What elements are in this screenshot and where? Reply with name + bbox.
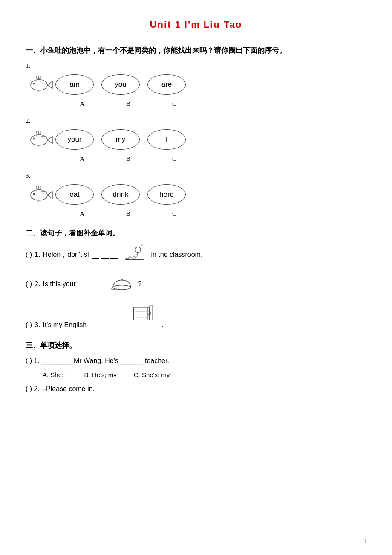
fish-icon-2 <box>26 128 55 151</box>
section-3: 三、单项选择。 ( ) 1. ________ Mr Wang. He's __… <box>26 340 366 394</box>
bubble-3-a: eat <box>55 184 94 205</box>
blanks-2-2 <box>78 280 106 288</box>
label-2-c: C <box>155 154 193 164</box>
label-3-b: B <box>109 209 147 219</box>
choice-question-2: --Please come in. <box>41 385 95 392</box>
choice-question-1: ________ Mr Wang. He's ______ teacher. <box>41 357 169 364</box>
group2-bubbles: your my I <box>26 128 366 151</box>
choice-options-1: A. She; I B. He's; my C. She's; my <box>43 370 366 380</box>
label-3-c: C <box>155 209 193 219</box>
group3-number: 3. <box>26 171 366 181</box>
choice-number-1: 1. <box>34 357 40 364</box>
bubble-2-b: my <box>101 129 140 150</box>
item2-1-prefix: Helen，don't sl <box>43 249 89 260</box>
fill-item-2: ( ) 2. Is this your ? <box>26 275 366 293</box>
bubble-2-c: I <box>147 129 186 150</box>
group3-bubbles: eat drink here <box>26 183 366 206</box>
section2-header: 二、读句子，看图补全单词。 <box>26 227 366 239</box>
page-title: Unit 1 I'm Liu Tao <box>26 17 366 32</box>
svg-point-2 <box>33 83 35 85</box>
label-2-a: A <box>63 154 101 164</box>
svg-point-8 <box>33 193 35 195</box>
svg-marker-4 <box>47 137 52 144</box>
item2-2-suffix: ? <box>138 279 142 290</box>
group2-labels: A B C <box>63 154 366 164</box>
fish-icon-1 <box>26 73 55 96</box>
label-1-a: A <box>63 99 101 109</box>
blanks-2-1 <box>91 251 118 259</box>
choice-item-1: ( ) 1. ________ Mr Wang. He's ______ tea… <box>26 355 366 366</box>
group-3: 3. eat drink here A B C <box>26 171 366 219</box>
group1-bubbles: am you are <box>26 73 366 96</box>
svg-text:z: z <box>140 244 141 247</box>
section-1: 一、小鱼吐的泡泡中，有一个不是同类的，你能找出来吗？请你圈出下面的序号。 1. … <box>26 45 366 219</box>
item2-3-number: 3. <box>35 320 40 331</box>
book-icon <box>131 302 156 326</box>
label-1-b: B <box>109 99 147 109</box>
bubble-1-a: am <box>55 74 94 95</box>
paren-2-3: ( ) <box>26 320 32 331</box>
bubble-3-b: drink <box>101 184 140 205</box>
item2-2-prefix: Is this your <box>43 279 75 290</box>
fill-item-1: ( ) 1. Helen，don't sl z z z <box>26 244 366 266</box>
sleeping-person-icon: z z z <box>124 244 146 266</box>
label-3-a: A <box>63 209 101 219</box>
group2-number: 2. <box>26 116 366 126</box>
group-2: 2. your my I A B C <box>26 116 366 164</box>
fill-item-3: ( ) 3. It's my English <box>26 302 366 331</box>
group1-number: 1. <box>26 61 366 71</box>
group-1: 1. am you are A B C <box>26 61 366 109</box>
choice-paren-1: ( ) <box>26 357 32 364</box>
page-number: 1 <box>363 537 366 546</box>
label-1-c: C <box>155 99 193 109</box>
section-2: 二、读句子，看图补全单词。 ( ) 1. Helen，don't sl z z … <box>26 227 366 330</box>
blanks-2-3 <box>89 320 126 327</box>
item2-1-number: 1. <box>35 249 40 260</box>
svg-marker-7 <box>47 192 52 199</box>
svg-marker-1 <box>47 81 52 89</box>
choice-opt-1c: C. She's; my <box>134 370 170 380</box>
choice-opt-1b: B. He's; my <box>84 370 117 380</box>
svg-point-5 <box>33 138 35 140</box>
svg-point-9 <box>135 247 141 252</box>
paren-2-1: ( ) <box>26 249 32 260</box>
item2-1-suffix: in the classroom. <box>151 249 202 260</box>
section1-header: 一、小鱼吐的泡泡中，有一个不是同类的，你能找出来吗？请你圈出下面的序号。 <box>26 45 366 56</box>
bubble-1-b: you <box>101 74 140 95</box>
svg-rect-23 <box>135 308 148 317</box>
svg-point-15 <box>113 285 131 289</box>
choice-paren-2: ( ) <box>26 385 32 392</box>
label-2-b: B <box>109 154 147 164</box>
bubble-1-c: are <box>147 74 186 95</box>
bubble-3-c: here <box>147 184 186 205</box>
item2-2-number: 2. <box>35 279 40 290</box>
paren-2-2: ( ) <box>26 279 32 290</box>
svg-point-25 <box>149 313 150 314</box>
group3-labels: A B C <box>63 209 366 219</box>
choice-number-2: 2. <box>34 385 40 392</box>
cap-icon <box>111 275 133 293</box>
group1-labels: A B C <box>63 99 366 109</box>
section3-header: 三、单项选择。 <box>26 340 366 351</box>
choice-item-2: ( ) 2. --Please come in. <box>26 384 366 395</box>
svg-text:z: z <box>143 244 144 245</box>
choice-opt-1a: A. She; I <box>43 370 67 380</box>
bubble-2-a: your <box>55 129 94 150</box>
item2-3-prefix: It's my English <box>43 320 86 331</box>
fish-icon-3 <box>26 183 55 206</box>
item2-3-suffix: . <box>161 320 163 331</box>
